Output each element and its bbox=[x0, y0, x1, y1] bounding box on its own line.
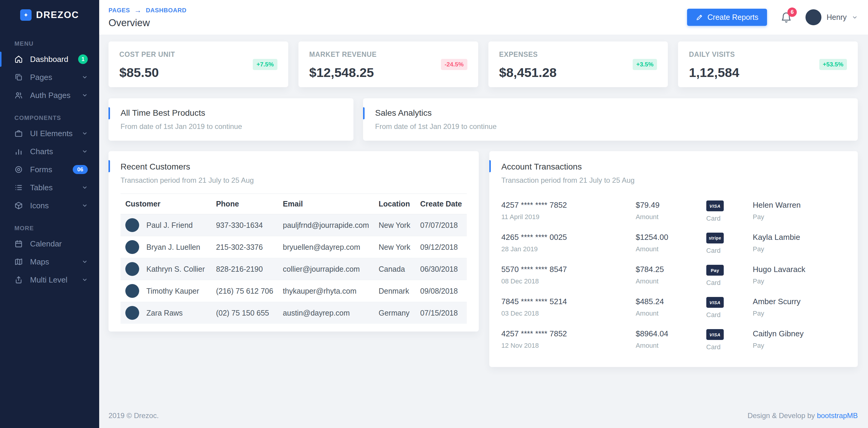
customer-name: Bryan J. Luellen bbox=[146, 243, 200, 251]
chevron-down-icon bbox=[82, 185, 88, 190]
list-item[interactable]: 4257 **** **** 785212 Nov 2018 $8964.04A… bbox=[501, 324, 846, 356]
table-row[interactable]: Kathryn S. Collier 828-216-2190 collier@… bbox=[121, 258, 467, 280]
footer: 2019 © Drezoc. Design & Develop by boots… bbox=[99, 403, 868, 428]
sidebar-item-ui-elements[interactable]: UI Elements bbox=[0, 124, 99, 143]
customer-email: collier@jourrapide.com bbox=[278, 258, 374, 280]
card-subtitle: From date of 1st Jan 2019 to continue bbox=[375, 122, 846, 131]
payer-name: Caitlyn Gibney bbox=[753, 329, 846, 338]
sidebar-item-label: Charts bbox=[30, 147, 53, 156]
pay-label: Pay bbox=[753, 277, 846, 285]
sidebar-item-icons[interactable]: Icons bbox=[0, 196, 99, 215]
logo-icon: ✦ bbox=[20, 9, 32, 21]
table-row[interactable]: Bryan J. Luellen 215-302-3376 bryuellen@… bbox=[121, 236, 467, 258]
list-item[interactable]: 5570 **** **** 854708 Dec 2018 $784.25Am… bbox=[501, 260, 846, 292]
card-number: 4265 **** **** 0025 bbox=[501, 233, 636, 242]
sidebar-item-pages[interactable]: Pages bbox=[0, 68, 99, 86]
notifications-button[interactable]: 6 bbox=[780, 11, 792, 24]
card-subtitle: From date of 1st Jan 2019 to continue bbox=[121, 122, 341, 131]
customers-table-header: Customer Phone Email Location Create Dat… bbox=[121, 194, 467, 214]
create-reports-button[interactable]: Create Reports bbox=[687, 9, 767, 26]
column-header-create-date[interactable]: Create Date bbox=[415, 194, 467, 214]
chevron-down-icon bbox=[852, 14, 858, 21]
stat-card-expenses: EXPENSES $8,451.28 +3.5% bbox=[488, 41, 668, 87]
sidebar-item-tables[interactable]: Tables bbox=[0, 179, 99, 196]
pay-label: Pay bbox=[753, 213, 846, 221]
transaction-amount: $1254.00 bbox=[636, 233, 706, 242]
recent-customers-card: Recent Customers Transaction period from… bbox=[108, 151, 479, 332]
pay-label: Pay bbox=[753, 310, 846, 317]
breadcrumb-dashboard[interactable]: DASHBOARD bbox=[146, 7, 186, 14]
customer-location: New York bbox=[374, 236, 415, 258]
customer-date: 07/07/2018 bbox=[415, 214, 467, 236]
table-row[interactable]: Zara Raws (02) 75 150 655 austin@dayrep.… bbox=[121, 302, 467, 324]
breadcrumb-pages[interactable]: PAGES bbox=[108, 7, 130, 14]
topbar: PAGES → DASHBOARD Overview Create Report… bbox=[99, 0, 868, 35]
sidebar-item-forms[interactable]: Forms 06 bbox=[0, 160, 99, 179]
map-icon bbox=[14, 257, 23, 266]
breadcrumb-arrow-icon: → bbox=[134, 6, 142, 14]
sidebar-item-charts[interactable]: Charts bbox=[0, 143, 99, 160]
column-header-location[interactable]: Location bbox=[374, 194, 415, 214]
stat-card-cost-per-unit: COST PER UNIT $85.50 +7.5% bbox=[108, 41, 288, 87]
payer-name: Helen Warren bbox=[753, 201, 846, 210]
table-row[interactable]: Timothy Kauper (216) 75 612 706 thykaupe… bbox=[121, 280, 467, 302]
page-title: Overview bbox=[108, 17, 187, 29]
pay-label: Pay bbox=[753, 245, 846, 253]
card-label: Card bbox=[706, 279, 753, 287]
dashboard-count-badge: 1 bbox=[78, 54, 88, 64]
sidebar-item-label: Forms bbox=[30, 165, 52, 174]
notification-count-badge: 6 bbox=[787, 7, 797, 17]
column-header-phone[interactable]: Phone bbox=[211, 194, 278, 214]
customers-table: Customer Phone Email Location Create Dat… bbox=[121, 193, 467, 324]
sidebar-item-label: Tables bbox=[30, 183, 53, 192]
list-item[interactable]: 4257 **** **** 785211 April 2019 $79.49A… bbox=[501, 195, 846, 227]
page-heading: PAGES → DASHBOARD Overview bbox=[108, 6, 187, 29]
stats-row: COST PER UNIT $85.50 +7.5% MARKET REVENU… bbox=[108, 41, 858, 87]
bootstrapmb-link[interactable]: bootstrapMB bbox=[817, 411, 858, 420]
sidebar-item-auth-pages[interactable]: Auth Pages bbox=[0, 86, 99, 104]
list-icon bbox=[14, 183, 23, 192]
customer-phone: 215-302-3376 bbox=[211, 236, 278, 258]
amount-label: Amount bbox=[636, 342, 706, 349]
chevron-down-icon bbox=[82, 259, 88, 265]
chevron-down-icon bbox=[82, 92, 88, 98]
avatar bbox=[125, 240, 139, 254]
column-header-email[interactable]: Email bbox=[278, 194, 374, 214]
box-icon bbox=[14, 202, 23, 210]
sidebar-item-dashboard[interactable]: Dashboard 1 bbox=[0, 50, 99, 68]
customer-email: thykauper@rhyta.com bbox=[278, 280, 374, 302]
column-header-customer[interactable]: Customer bbox=[121, 194, 211, 214]
customer-date: 09/12/2018 bbox=[415, 236, 467, 258]
sidebar-item-calendar[interactable]: Calendar bbox=[0, 235, 99, 253]
transaction-date: 28 Jan 2019 bbox=[501, 245, 636, 253]
sidebar-item-multi-level[interactable]: Multi Level bbox=[0, 271, 99, 289]
table-row[interactable]: Paul J. Friend 937-330-1634 pauljfrnd@jo… bbox=[121, 214, 467, 236]
customer-phone: (216) 75 612 706 bbox=[211, 280, 278, 302]
sidebar-item-label: Icons bbox=[30, 201, 49, 210]
list-item[interactable]: 7845 **** **** 521403 Dec 2018 $485.24Am… bbox=[501, 292, 846, 324]
nav-section-more: MORE bbox=[14, 225, 99, 232]
card-number: 5570 **** **** 8547 bbox=[501, 265, 636, 274]
list-item[interactable]: 4265 **** **** 002528 Jan 2019 $1254.00A… bbox=[501, 227, 846, 260]
customer-phone: (02) 75 150 655 bbox=[211, 302, 278, 324]
sales-analytics-card: Sales Analytics From date of 1st Jan 201… bbox=[363, 98, 858, 141]
sidebar-item-label: Multi Level bbox=[30, 275, 67, 285]
customer-email: bryuellen@dayrep.com bbox=[278, 236, 374, 258]
card-label: Card bbox=[706, 343, 753, 351]
customer-date: 07/15/2018 bbox=[415, 302, 467, 324]
customer-phone: 937-330-1634 bbox=[211, 214, 278, 236]
customer-name: Kathryn S. Collier bbox=[146, 265, 205, 274]
sidebar-item-maps[interactable]: Maps bbox=[0, 253, 99, 271]
stat-card-daily-visits: DAILY VISITS 1,12,584 +53.5% bbox=[678, 41, 858, 87]
user-name: Henry bbox=[827, 13, 847, 22]
forms-count-badge: 06 bbox=[73, 165, 88, 174]
transactions-list: 4257 **** **** 785211 April 2019 $79.49A… bbox=[501, 195, 846, 356]
transaction-date: 08 Dec 2018 bbox=[501, 277, 636, 285]
card-label: Card bbox=[706, 247, 753, 254]
stat-label: EXPENSES bbox=[499, 51, 657, 59]
visa-card-chip: VISA bbox=[706, 329, 724, 340]
app-logo[interactable]: ✦ DREZOC bbox=[0, 0, 99, 30]
stat-label: DAILY VISITS bbox=[689, 51, 847, 59]
card-title: Account Transactions bbox=[501, 162, 846, 172]
user-menu[interactable]: Henry bbox=[805, 9, 858, 25]
